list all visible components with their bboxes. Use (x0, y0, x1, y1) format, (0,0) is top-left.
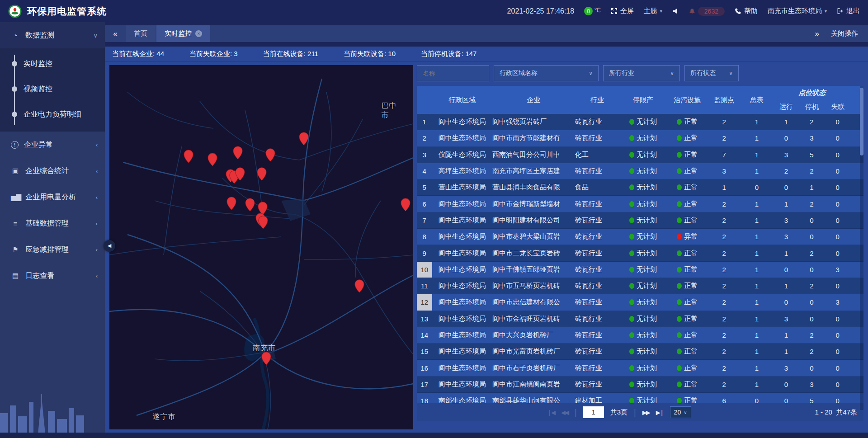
org-dropdown[interactable]: 南充市生态环境局 ▾ (768, 7, 827, 15)
sidebar-item-实时监控[interactable]: 实时监控 (0, 51, 105, 76)
sidebar-item-视频监控[interactable]: 视频监控 (0, 76, 105, 102)
sidebar-collapse-button[interactable]: ◀ (104, 240, 115, 252)
sidebar-group-企业综合统计[interactable]: ▣企业综合统计‹ (0, 158, 105, 184)
close-icon[interactable]: × (195, 30, 202, 37)
table-row[interactable]: 10阆中生态环境局阆中千佛镇五郎垭页岩砖瓦行业无计划正常21003 (417, 262, 863, 278)
map-pin[interactable] (261, 352, 272, 366)
table-row[interactable]: 2阆中生态环境局阆中市南方节能建材有砖瓦行业无计划正常21030 (417, 130, 863, 146)
table-row[interactable]: 13阆中生态环境局阆中市金福旺页岩机砖砖瓦行业无计划正常21300 (417, 311, 863, 327)
page-size-select[interactable]: 20 ∨ (670, 406, 691, 418)
row-number: 12 (417, 294, 432, 310)
table-row[interactable]: 8阆中生态环境局阆中市枣碧大梁山页岩砖瓦行业无计划异常21300 (417, 229, 863, 245)
sidebar-group-日志查看[interactable]: ▤日志查看‹ (0, 263, 105, 289)
sidebar-group-企业用电量分析[interactable]: ▅▇企业用电量分析‹ (0, 184, 105, 210)
map-pin[interactable] (400, 198, 410, 212)
cell-facility: 正常 (666, 282, 708, 290)
table-row[interactable]: 6阆中生态环境局阆中市金博瑞新型墙材砖瓦行业无计划正常21120 (417, 196, 863, 212)
table-scrollbar[interactable] (860, 86, 863, 410)
page-number-input[interactable] (583, 406, 604, 418)
sidebar-group-企业异常[interactable]: !企业异常‹ (0, 132, 105, 158)
status-text: 正常 (684, 151, 698, 159)
map-pin[interactable] (256, 167, 267, 181)
fullscreen-button[interactable]: 全屏 (611, 7, 634, 15)
map-pin[interactable] (265, 148, 276, 162)
status-text: 正常 (684, 347, 698, 356)
table-row[interactable]: 5营山生态环境局营山县润丰肉食品有限食品无计划正常10010 (417, 179, 863, 196)
cell-stop: 2 (799, 118, 824, 126)
cell-limit: 无计划 (620, 347, 667, 356)
map-pin[interactable] (354, 279, 365, 293)
table-row[interactable]: 12阆中生态环境局阆中市忠信建材有限公砖瓦行业无计划正常21003 (417, 294, 863, 311)
status-text: 无计划 (637, 151, 657, 159)
cell-industry: 砖瓦行业 (575, 200, 620, 208)
table-row[interactable]: 17阆中生态环境局阆中市江南镇阆南页岩砖瓦行业无计划正常21030 (417, 377, 863, 393)
map-panel[interactable]: ◀ (109, 65, 413, 429)
table-row[interactable]: 14阆中生态环境局阆中大兴页岩机砖厂砖瓦行业无计划正常21120 (417, 327, 863, 344)
table-row[interactable]: 1阆中生态环境局阆中强锐页岩砖厂砖瓦行业无计划正常21120 (417, 114, 863, 130)
cell-lost: 0 (824, 381, 851, 388)
status-green-icon (677, 250, 682, 256)
cell-industry: 砖瓦行业 (575, 331, 620, 339)
cell-run: 1 (773, 200, 799, 208)
name-filter-field[interactable] (417, 65, 489, 81)
theme-dropdown[interactable]: 主题 ▾ (644, 7, 662, 15)
sidebar-item-企业电力负荷明细[interactable]: 企业电力负荷明细 (0, 102, 105, 127)
tab-首页[interactable]: 首页 (126, 25, 156, 42)
cell-stop: 0 (799, 315, 824, 323)
map-pin[interactable] (232, 146, 243, 160)
map-pin[interactable] (184, 150, 194, 164)
status-green-icon (629, 332, 634, 338)
temperature-unit: ℃ (594, 7, 601, 14)
cell-run: 3 (773, 217, 799, 224)
industry-filter-select[interactable]: 所有行业 ∨ (603, 65, 680, 81)
cell-industry: 砖瓦行业 (575, 134, 620, 142)
cell-run: 3 (773, 315, 799, 323)
map-pin[interactable] (208, 153, 218, 167)
status-filter-select[interactable]: 所有状态 ∨ (684, 65, 739, 81)
table-row[interactable]: 7阆中生态环境局阆中明阳建材有限公司砖瓦行业无计划正常21300 (417, 212, 863, 229)
table-row[interactable]: 18南部生态环境局南部县雄华山河有限公建材加工无计划正常60050 (417, 393, 863, 403)
status-text: 无计划 (637, 347, 657, 356)
cell-run: 3 (773, 151, 799, 159)
cell-index: 11 (417, 278, 432, 294)
notification-button[interactable]: 🔔︎ 2632 (689, 7, 725, 16)
scrollbar-thumb[interactable] (860, 88, 863, 155)
map-pin[interactable] (299, 132, 309, 146)
sidebar-group-应急减排管理[interactable]: ⚑应急减排管理‹ (0, 236, 105, 263)
divider: | (575, 408, 577, 417)
sidebar-group-数据监测[interactable]: ◔数据监测∨ (0, 22, 105, 48)
cell-lost: 0 (824, 184, 851, 191)
cell-industry: 砖瓦行业 (575, 167, 620, 175)
region-filter-select[interactable]: 行政区域名称 ∨ (494, 65, 599, 81)
map-pin[interactable] (226, 196, 237, 210)
cell-points: 1 (708, 184, 740, 191)
table-row[interactable]: 16阆中生态环境局阆中市石子页岩机砖厂砖瓦行业无计划正常21300 (417, 360, 863, 376)
table-row[interactable]: 15阆中生态环境局阆中市光富页岩机砖厂砖瓦行业无计划正常21120 (417, 344, 863, 360)
divider: | (634, 408, 636, 417)
page-size-value: 20 (674, 409, 681, 416)
name-filter-input[interactable] (423, 70, 483, 77)
mute-speaker-icon[interactable] (672, 8, 679, 14)
map-pin[interactable] (258, 216, 269, 230)
help-button[interactable]: 帮助 (735, 7, 758, 15)
last-page-button[interactable]: ▶❘ (656, 409, 664, 416)
table-row[interactable]: 3仪陇生态环境局西南油气田分公司川中化工无计划正常71350 (417, 147, 863, 163)
tabs-scroll-left-button[interactable]: « (105, 25, 126, 42)
table-row[interactable]: 4高坪生态环境局南充市高坪区王家店建砖瓦行业无计划正常31220 (417, 163, 863, 179)
tabs-scroll-right-button[interactable]: » (815, 29, 819, 38)
table-row[interactable]: 9阆中生态环境局阆中市二龙长宝页岩砖砖瓦行业无计划正常21120 (417, 245, 863, 261)
next-page-button[interactable]: ▶▶ (642, 409, 650, 416)
prev-page-button[interactable]: ◀◀ (561, 409, 568, 416)
cell-points: 2 (708, 266, 740, 273)
layers-icon: ≡ (11, 220, 20, 227)
tab-实时监控[interactable]: 实时监控× (156, 25, 210, 42)
table-row[interactable]: 11阆中生态环境局阆中市五马桥页岩机砖砖瓦行业无计划正常21120 (417, 278, 863, 294)
horizontal-scrollbar[interactable] (0, 433, 868, 438)
first-page-button[interactable]: ❘◀ (547, 409, 555, 416)
close-operations-button[interactable]: 关闭操作 (831, 29, 858, 38)
map-pin[interactable] (235, 167, 245, 181)
map-pin[interactable] (245, 198, 255, 212)
map-canvas[interactable] (109, 65, 413, 429)
sidebar-group-基础数据管理[interactable]: ≡基础数据管理‹ (0, 210, 105, 236)
logout-button[interactable]: 退出 (837, 7, 860, 15)
